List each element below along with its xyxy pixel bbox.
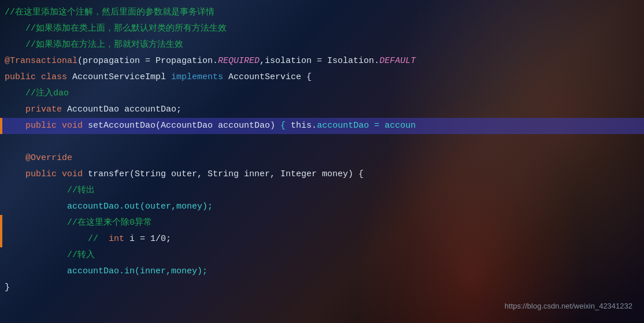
code-line: public class AccountServiceImpl implemen…: [0, 69, 644, 86]
code-line: //注入dao: [0, 86, 644, 102]
watermark: https://blog.csdn.net/weixin_42341232: [505, 300, 632, 313]
code-line: //转入: [0, 247, 644, 263]
code-line: @Override: [0, 150, 644, 166]
code-line: accountDao.out(outer,money);: [0, 199, 644, 215]
code-line: private AccountDao accountDao;: [0, 102, 644, 118]
code-line: @Transactional(propagation = Propagation…: [0, 53, 644, 69]
code-line: accountDao.in(inner,money);: [0, 263, 644, 280]
code-line: //在这里添加这个注解，然后里面的参数就是事务详情: [0, 5, 644, 21]
code-line: //如果添加在类上面，那么默认对类的所有方法生效: [0, 21, 644, 37]
code-line: public void setAccountDao(AccountDao acc…: [0, 118, 644, 134]
code-editor: //在这里添加这个注解，然后里面的参数就是事务详情 //如果添加在类上面，那么默…: [0, 0, 644, 323]
code-line: //转出: [0, 183, 644, 199]
code-line: //在这里来个除0异常: [0, 215, 644, 231]
code-line: //如果添加在方法上，那就对该方法生效: [0, 37, 644, 53]
code-line: public void transfer(String outer, Strin…: [0, 166, 644, 183]
code-line: [0, 134, 644, 150]
code-line: // int i = 1/0;: [0, 231, 644, 247]
code-line: }: [0, 280, 644, 296]
